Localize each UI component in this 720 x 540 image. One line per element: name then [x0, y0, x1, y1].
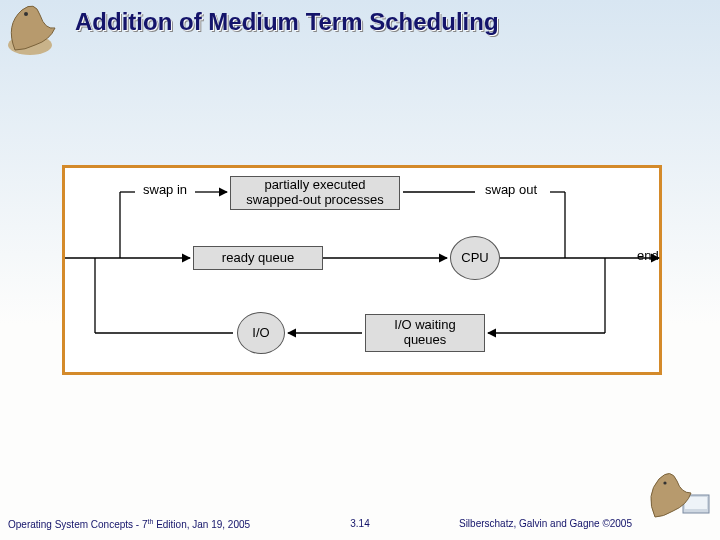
page-title: Addition of Medium Term Scheduling — [75, 8, 675, 36]
label-swap-out: swap out — [485, 182, 537, 197]
node-partially-executed: partially executed swapped-out processes — [230, 176, 400, 210]
node-io: I/O — [237, 312, 285, 354]
node-ready-queue: ready queue — [193, 246, 323, 270]
logo-dinosaur-bottom-right — [645, 467, 720, 522]
footer: Operating System Concepts - 7th Edition,… — [0, 518, 720, 534]
svg-point-18 — [663, 481, 666, 484]
logo-dinosaur-top-left — [0, 0, 65, 60]
node-io-waiting: I/O waiting queues — [365, 314, 485, 352]
label-swap-in: swap in — [143, 182, 187, 197]
svg-point-1 — [24, 12, 28, 16]
footer-right: Silberschatz, Galvin and Gagne ©2005 — [459, 518, 632, 529]
diagram-frame: swap in swap out end partially executed … — [62, 165, 662, 375]
node-cpu: CPU — [450, 236, 500, 280]
diagram: swap in swap out end partially executed … — [65, 168, 659, 372]
label-end: end — [637, 248, 659, 263]
